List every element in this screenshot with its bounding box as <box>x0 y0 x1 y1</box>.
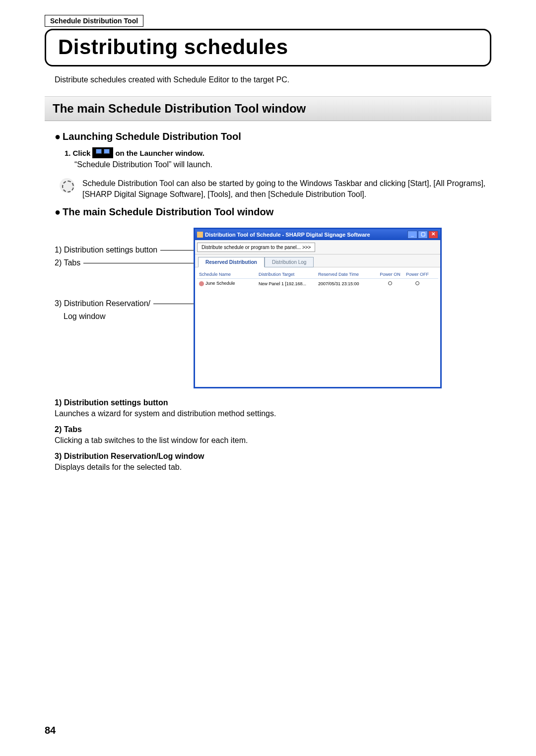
cell-power-on <box>378 281 402 286</box>
cell-datetime: 2007/05/31 23:15:00 <box>318 281 378 286</box>
tab-distribution-log[interactable]: Distribution Log <box>265 257 314 267</box>
tip-icon <box>60 178 74 193</box>
cell-schedule-name: June Schedule <box>199 281 259 286</box>
desc-3-heading: 3) Distribution Reservation/Log window <box>55 452 491 461</box>
launch-step: 1. Click on the Launcher window. <box>65 147 491 158</box>
callout-3-label-a: 3) Distribution Reservation/ <box>55 299 150 308</box>
callout-line <box>83 263 194 263</box>
callout-line <box>160 250 194 251</box>
step-number: 1. <box>65 149 71 157</box>
distribution-grid: Schedule Name Distribution Target Reserv… <box>195 267 440 387</box>
tab-reserved-distribution[interactable]: Reserved Distribution <box>198 257 265 267</box>
distribute-settings-button[interactable]: Distribute schedule or program to the pa… <box>197 243 315 252</box>
cell-power-off <box>402 281 432 286</box>
descriptions: 1) Distribution settings button Launches… <box>55 398 491 472</box>
bullet-icon: ● <box>55 206 61 217</box>
maximize-button[interactable]: ▢ <box>418 231 428 239</box>
desc-1-body: Launches a wizard for system and distrib… <box>55 409 491 418</box>
col-schedule-name[interactable]: Schedule Name <box>199 272 259 277</box>
step-body: “Schedule Distribution Tool” will launch… <box>74 160 491 169</box>
circle-icon <box>415 281 419 285</box>
col-power-off[interactable]: Power OFF <box>402 272 432 277</box>
desc-1-heading: 1) Distribution settings button <box>55 398 491 407</box>
note-block: Schedule Distribution Tool can also be s… <box>60 178 491 199</box>
section-banner: The main Schedule Distribution Tool wind… <box>45 96 491 121</box>
minimize-button[interactable]: _ <box>407 231 417 239</box>
note-text: Schedule Distribution Tool can also be s… <box>82 178 491 199</box>
col-reserved-date-time[interactable]: Reserved Date Time <box>318 272 378 277</box>
callout-2-label: 2) Tabs <box>55 258 80 267</box>
col-distribution-target[interactable]: Distribution Target <box>259 272 318 277</box>
section-label-box: Schedule Distribution Tool <box>45 15 143 27</box>
app-window-screenshot: Distribution Tool of Schedule - SHARP Di… <box>194 228 442 388</box>
col-power-on[interactable]: Power ON <box>378 272 402 277</box>
launch-heading: ●Launching Schedule Distribution Tool <box>55 131 491 142</box>
toolbar: Distribute schedule or program to the pa… <box>195 240 440 254</box>
circle-icon <box>388 281 392 285</box>
callout-1-label: 1) Distribution settings button <box>55 246 157 254</box>
launch-heading-text: Launching Schedule Distribution Tool <box>63 131 241 142</box>
grid-header: Schedule Name Distribution Target Reserv… <box>197 270 438 279</box>
page-number: 84 <box>45 725 56 736</box>
page-title: Distributing schedules <box>58 35 478 59</box>
step-post-text: on the Launcher window. <box>115 149 204 157</box>
intro-text: Distribute schedules created with Schedu… <box>55 75 491 84</box>
desc-2-heading: 2) Tabs <box>55 425 491 434</box>
title-frame: Distributing schedules <box>45 29 491 66</box>
mainwin-heading: ●The main Schedule Distribution Tool win… <box>55 206 491 218</box>
schedule-icon <box>199 281 204 286</box>
window-title: Distribution Tool of Schedule - SHARP Di… <box>205 232 370 238</box>
callout-3-label-b: Log window <box>64 312 194 321</box>
step-pre-text: Click <box>73 149 91 157</box>
callout-diagram: 1) Distribution settings button 2) Tabs … <box>55 228 491 388</box>
callout-line <box>153 304 194 304</box>
titlebar: Distribution Tool of Schedule - SHARP Di… <box>195 229 440 240</box>
app-icon <box>197 232 203 238</box>
bullet-icon: ● <box>55 131 61 142</box>
tab-strip: Reserved Distribution Distribution Log <box>195 254 440 267</box>
mainwin-heading-text: The main Schedule Distribution Tool wind… <box>63 206 273 217</box>
cell-target: New Panel 1 [192.168... <box>259 281 318 286</box>
desc-2-body: Clicking a tab switches to the list wind… <box>55 436 491 445</box>
distribution-tool-launcher-icon <box>92 147 113 158</box>
desc-3-body: Displays details for the selected tab. <box>55 463 491 472</box>
grid-row[interactable]: June Schedule New Panel 1 [192.168... 20… <box>197 279 438 288</box>
close-button[interactable]: ✕ <box>428 231 438 239</box>
